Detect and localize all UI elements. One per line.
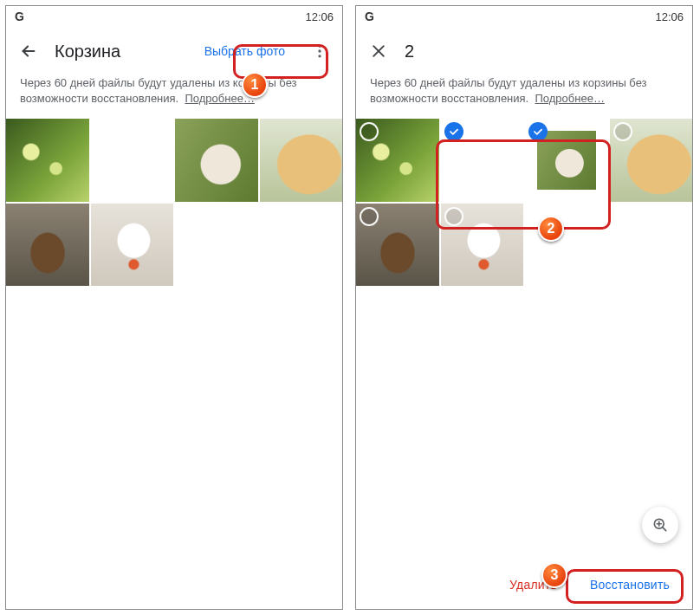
arrow-back-icon [19, 42, 38, 61]
selection-check-picked-icon[interactable] [444, 122, 463, 141]
delete-button[interactable]: Удалить [497, 569, 569, 600]
photo-thumb[interactable] [175, 119, 258, 202]
status-time: 12:06 [655, 10, 684, 23]
photo-thumb[interactable] [6, 204, 89, 287]
svg-point-2 [318, 49, 321, 52]
trash-notice-text: Через 60 дней файлы будут удалены из кор… [370, 76, 647, 105]
thumb-image [91, 204, 174, 287]
app-bar: Корзина Выбрать фото [6, 27, 342, 75]
svg-line-7 [663, 528, 666, 531]
close-icon [370, 42, 387, 60]
selection-check-empty-icon[interactable] [444, 207, 463, 226]
trash-notice: Через 60 дней файлы будут удалены из кор… [6, 75, 342, 119]
photo-thumb[interactable] [6, 119, 89, 202]
photo-thumb[interactable] [356, 204, 439, 287]
photo-thumb[interactable] [260, 119, 343, 202]
photo-thumb[interactable] [441, 204, 524, 287]
select-photo-button[interactable]: Выбрать фото [196, 39, 294, 63]
back-button[interactable] [11, 34, 46, 68]
zoom-in-icon [651, 516, 669, 534]
phone-left: G 12:06 Корзина Выбрать фото Через 60 дн… [5, 5, 343, 610]
google-brand-icon: G [15, 10, 24, 23]
thumb-image [6, 119, 89, 202]
app-bar: 2 [356, 27, 692, 75]
overflow-menu-button[interactable] [302, 34, 337, 68]
action-bar: Удалить Восстановить [356, 560, 692, 609]
photo-grid [6, 119, 342, 286]
selection-count: 2 [405, 42, 687, 62]
learn-more-link[interactable]: Подробнее… [535, 92, 604, 105]
photo-grid [356, 119, 692, 286]
google-brand-icon: G [365, 10, 374, 23]
learn-more-link[interactable]: Подробнее… [185, 92, 254, 105]
close-selection-button[interactable] [361, 34, 396, 68]
selection-check-empty-icon[interactable] [360, 207, 379, 226]
photo-thumb[interactable] [356, 119, 439, 202]
trash-notice: Через 60 дней файлы будут удалены из кор… [356, 75, 692, 119]
zoom-fab[interactable] [642, 507, 678, 543]
more-vert-icon [311, 42, 328, 60]
photo-thumb[interactable] [525, 119, 608, 202]
photo-thumb[interactable] [610, 119, 693, 202]
status-time: 12:06 [305, 10, 334, 23]
selection-check-empty-icon[interactable] [613, 122, 632, 141]
trash-notice-text: Через 60 дней файлы будут удалены из кор… [20, 76, 297, 105]
page-title: Корзина [55, 42, 187, 62]
photo-thumb[interactable] [91, 119, 174, 202]
thumb-image [175, 119, 258, 202]
svg-point-3 [318, 55, 321, 57]
photo-thumb[interactable] [441, 119, 524, 202]
photo-thumb[interactable] [91, 204, 174, 287]
restore-button[interactable]: Восстановить [578, 569, 682, 600]
thumb-image [6, 204, 89, 287]
thumb-image [260, 119, 343, 202]
status-bar: G 12:06 [356, 6, 692, 27]
svg-point-1 [318, 45, 321, 48]
phone-right: G 12:06 2 Через 60 дней файлы будут удал… [355, 5, 693, 610]
status-bar: G 12:06 [6, 6, 342, 27]
